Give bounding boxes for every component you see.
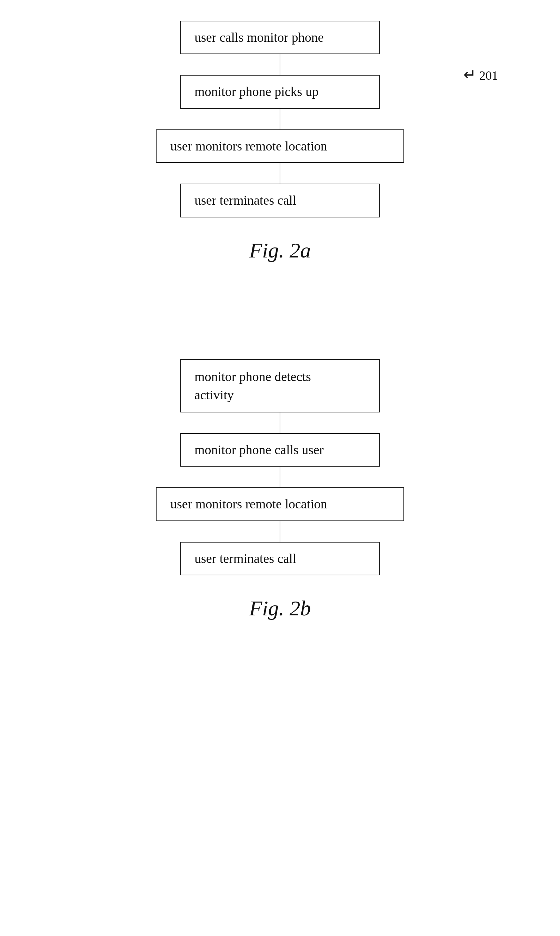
step-user-terminates-call-2b: user terminates call xyxy=(180,542,380,575)
fig-2a-section: ↵ 201 user calls monitor phone monitor p… xyxy=(0,0,560,270)
flowchart-2a: user calls monitor phone monitor phone p… xyxy=(156,21,404,217)
connector-2b-1 xyxy=(280,412,280,433)
fig-2a-label: Fig. 2a xyxy=(249,238,311,263)
connector-2b-3 xyxy=(280,521,280,542)
connector-2b-2 xyxy=(280,467,280,487)
ref-201-text: 201 xyxy=(479,69,498,82)
page: ↵ 201 user calls monitor phone monitor p… xyxy=(0,0,560,936)
arrow-curved-201: ↵ xyxy=(463,66,476,83)
step-user-monitors-remote-location-2b: user monitors remote location xyxy=(156,487,404,521)
fig-2b-label: Fig. 2b xyxy=(249,596,311,621)
connector-3 xyxy=(280,163,280,183)
connector-1 xyxy=(280,54,280,75)
connector-2 xyxy=(280,109,280,130)
step-monitor-calls-user: monitor phone calls user xyxy=(180,433,380,467)
ref-number-201: ↵ 201 xyxy=(463,66,498,83)
step-monitor-phone-picks-up: monitor phone picks up xyxy=(180,75,380,108)
step-user-monitors-remote-location-2a: user monitors remote location xyxy=(156,130,404,163)
step-user-terminates-call-2a: user terminates call xyxy=(180,183,380,217)
step-monitor-detects-activity: monitor phone detectsactivity xyxy=(180,359,380,412)
flowchart-2b: monitor phone detectsactivity monitor ph… xyxy=(156,359,404,576)
fig-2b-section: ↵ 202 monitor phone detectsactivity moni… xyxy=(0,332,560,628)
step-user-calls-monitor-phone: user calls monitor phone xyxy=(180,21,380,54)
